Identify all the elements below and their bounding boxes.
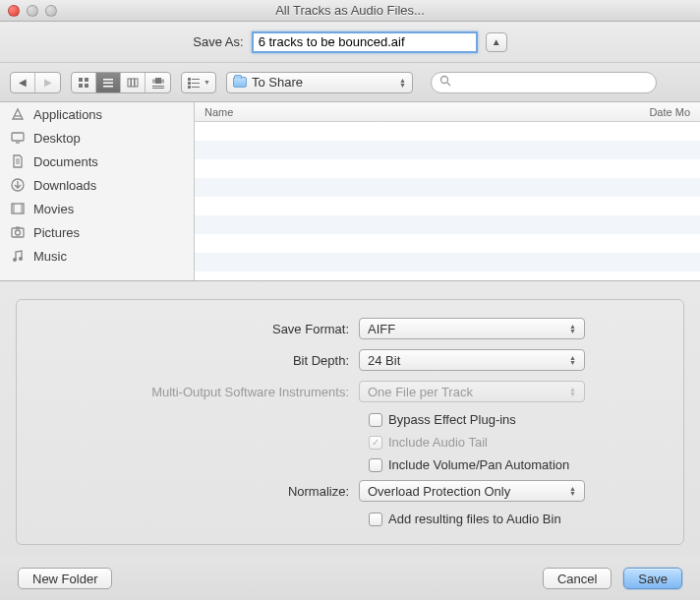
toolbar: ◀ ▶ [0, 63, 700, 102]
include-tail-checkbox: ✓ [369, 436, 382, 450]
folder-select[interactable]: To Share ▲▼ [226, 72, 413, 93]
svg-rect-14 [152, 88, 164, 89]
file-list-header[interactable]: Name Date Mo [195, 102, 700, 122]
sidebar-item-movies[interactable]: Movies [0, 197, 194, 220]
add-to-bin-checkbox[interactable] [369, 513, 382, 526]
updown-caret-icon: ▲▼ [569, 355, 576, 365]
sidebar-item-music[interactable]: Music [0, 244, 194, 268]
chevron-up-icon: ▲ [492, 36, 501, 47]
bypass-fx-checkbox[interactable] [369, 413, 382, 427]
expand-toggle-button[interactable]: ▲ [486, 32, 507, 52]
view-coverflow-button[interactable] [146, 73, 170, 92]
cancel-button[interactable]: Cancel [543, 568, 612, 589]
list-icon [102, 77, 114, 89]
applications-icon [10, 106, 26, 122]
save-format-label: Save Format: [34, 322, 359, 336]
nav-segment: ◀ ▶ [10, 72, 61, 93]
column-name[interactable]: Name [204, 106, 621, 118]
arrange-icon [187, 77, 201, 89]
svg-rect-2 [79, 84, 83, 88]
sidebar-item-label: Music [33, 249, 67, 264]
svg-rect-10 [155, 78, 161, 84]
save-as-input[interactable] [252, 31, 478, 53]
file-list-rows[interactable] [195, 122, 700, 280]
downloads-icon [10, 177, 26, 193]
sidebar-item-label: Applications [33, 107, 102, 122]
close-button[interactable] [8, 5, 20, 17]
bypass-fx-label: Bypass Effect Plug-ins [388, 412, 516, 427]
normalize-select[interactable]: Overload Protection Only ▲▼ [359, 480, 585, 502]
search-icon [439, 75, 451, 90]
svg-rect-20 [192, 87, 200, 88]
svg-rect-18 [192, 83, 200, 84]
include-tail-label: Include Audio Tail [388, 435, 488, 450]
save-as-row: Save As: ▲ [0, 22, 700, 63]
svg-rect-12 [161, 79, 164, 83]
documents-icon [10, 153, 26, 169]
svg-rect-5 [103, 82, 113, 84]
search-input[interactable] [456, 75, 648, 90]
updown-caret-icon: ▲▼ [399, 78, 406, 88]
column-date[interactable]: Date Mo [621, 106, 690, 118]
list-row [195, 122, 700, 141]
sidebar-item-label: Movies [33, 202, 74, 216]
arrange-segment: ▼ [181, 72, 216, 93]
svg-rect-19 [188, 86, 191, 89]
desktop-icon [10, 130, 26, 146]
nav-forward-button[interactable]: ▶ [35, 73, 60, 92]
include-vol-pan-checkbox[interactable] [369, 458, 382, 472]
arrange-button[interactable]: ▼ [182, 73, 215, 92]
sidebar-item-documents[interactable]: Documents [0, 150, 194, 173]
svg-rect-11 [152, 79, 155, 83]
grid-icon [78, 77, 89, 89]
sidebar-item-desktop[interactable]: Desktop [0, 126, 194, 150]
chevron-left-icon: ◀ [19, 77, 27, 88]
list-row [195, 197, 700, 215]
movies-icon [10, 201, 26, 216]
folder-icon [233, 77, 247, 88]
save-format-select[interactable]: AIFF ▲▼ [359, 318, 585, 339]
svg-rect-16 [192, 79, 200, 80]
sidebar-item-pictures[interactable]: Pictures [0, 220, 194, 244]
chevron-right-icon: ▶ [44, 77, 52, 88]
svg-point-37 [19, 257, 23, 261]
svg-rect-1 [85, 78, 88, 82]
sidebar-item-label: Pictures [33, 225, 80, 240]
sidebar-item-label: Downloads [33, 178, 96, 193]
svg-rect-6 [103, 86, 113, 88]
view-columns-button[interactable] [121, 73, 146, 92]
footer: New Folder Cancel Save [0, 557, 700, 600]
view-list-button[interactable] [96, 73, 121, 92]
save-format-value: AIFF [368, 322, 395, 336]
list-row [195, 141, 700, 159]
sidebar-item-downloads[interactable]: Downloads [0, 173, 194, 197]
updown-caret-icon: ▲▼ [569, 324, 576, 333]
coverflow-icon [151, 77, 165, 89]
svg-rect-7 [128, 79, 131, 87]
chevron-down-icon: ▼ [204, 79, 210, 86]
minimize-button[interactable] [27, 5, 38, 17]
titlebar: All Tracks as Audio Files... [0, 0, 700, 22]
svg-rect-9 [135, 79, 138, 87]
normalize-value: Overload Protection Only [368, 484, 510, 499]
new-folder-button[interactable]: New Folder [18, 568, 112, 589]
search-field[interactable] [431, 72, 657, 93]
zoom-button[interactable] [45, 5, 57, 17]
list-row [195, 253, 700, 272]
bit-depth-label: Bit Depth: [34, 353, 359, 368]
sidebar-item-applications[interactable]: Applications [0, 102, 194, 126]
file-browser: Applications Desktop Documents Downloads… [0, 102, 700, 281]
sidebar: Applications Desktop Documents Downloads… [0, 102, 195, 280]
svg-point-34 [16, 230, 21, 235]
folder-name: To Share [252, 75, 303, 90]
columns-icon [127, 77, 139, 89]
bit-depth-select[interactable]: 24 Bit ▲▼ [359, 349, 585, 371]
nav-back-button[interactable]: ◀ [11, 73, 35, 92]
bit-depth-value: 24 Bit [368, 353, 400, 368]
file-list: Name Date Mo [195, 102, 700, 280]
svg-point-36 [13, 258, 17, 262]
svg-rect-17 [188, 82, 191, 85]
window-title: All Tracks as Audio Files... [0, 3, 700, 18]
save-button[interactable]: Save [623, 568, 682, 589]
view-icons-button[interactable] [72, 73, 96, 92]
